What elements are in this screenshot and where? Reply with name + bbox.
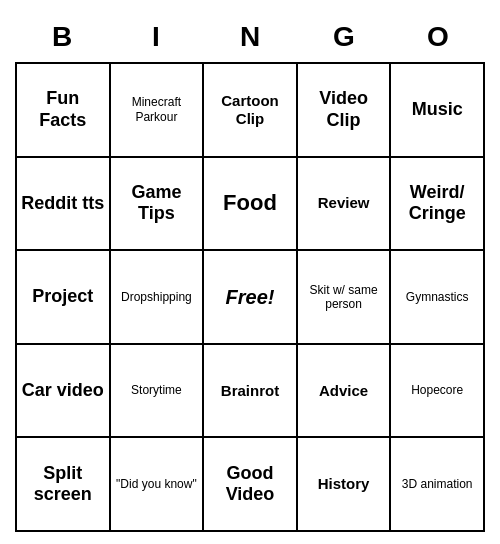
cell-1-2[interactable]: Food <box>204 158 298 252</box>
cell-0-3[interactable]: Video Clip <box>298 64 392 158</box>
cell-1-3[interactable]: Review <box>298 158 392 252</box>
cell-2-3[interactable]: Skit w/ same person <box>298 251 392 345</box>
cell-3-0[interactable]: Car video <box>17 345 111 439</box>
cell-0-0[interactable]: Fun Facts <box>17 64 111 158</box>
cell-1-1[interactable]: Game Tips <box>111 158 205 252</box>
bingo-card: B I N G O Fun Facts Minecraft Parkour Ca… <box>15 12 485 532</box>
cell-2-4[interactable]: Gymnastics <box>391 251 485 345</box>
bingo-grid: Fun Facts Minecraft Parkour Cartoon Clip… <box>15 62 485 532</box>
bingo-row: Project Dropshipping Free! Skit w/ same … <box>17 251 485 345</box>
header-o: O <box>391 12 485 62</box>
bingo-row: Reddit tts Game Tips Food Review Weird/ … <box>17 158 485 252</box>
header-i: I <box>109 12 203 62</box>
bingo-header: B I N G O <box>15 12 485 62</box>
cell-1-4[interactable]: Weird/ Cringe <box>391 158 485 252</box>
cell-3-3[interactable]: Advice <box>298 345 392 439</box>
cell-3-4[interactable]: Hopecore <box>391 345 485 439</box>
cell-4-0[interactable]: Split screen <box>17 438 111 532</box>
cell-3-1[interactable]: Storytime <box>111 345 205 439</box>
bingo-row: Fun Facts Minecraft Parkour Cartoon Clip… <box>17 64 485 158</box>
cell-4-4[interactable]: 3D animation <box>391 438 485 532</box>
cell-1-0[interactable]: Reddit tts <box>17 158 111 252</box>
cell-2-0[interactable]: Project <box>17 251 111 345</box>
cell-4-2[interactable]: Good Video <box>204 438 298 532</box>
header-b: B <box>15 12 109 62</box>
bingo-row: Car video Storytime Brainrot Advice Hope… <box>17 345 485 439</box>
cell-0-2[interactable]: Cartoon Clip <box>204 64 298 158</box>
cell-2-2[interactable]: Free! <box>204 251 298 345</box>
cell-2-1[interactable]: Dropshipping <box>111 251 205 345</box>
cell-0-1[interactable]: Minecraft Parkour <box>111 64 205 158</box>
cell-0-4[interactable]: Music <box>391 64 485 158</box>
cell-4-1[interactable]: "Did you know" <box>111 438 205 532</box>
header-n: N <box>203 12 297 62</box>
header-g: G <box>297 12 391 62</box>
cell-4-3[interactable]: History <box>298 438 392 532</box>
cell-3-2[interactable]: Brainrot <box>204 345 298 439</box>
bingo-row: Split screen "Did you know" Good Video H… <box>17 438 485 532</box>
